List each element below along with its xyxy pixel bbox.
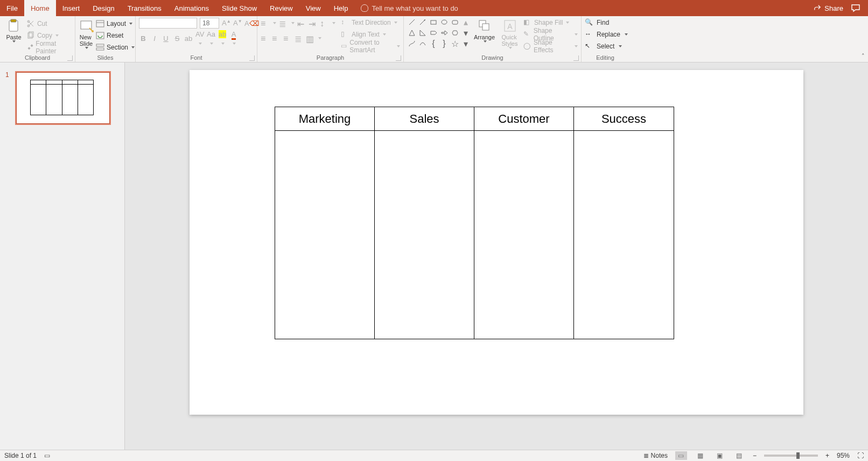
slide-thumbnails-pane[interactable]: 1 bbox=[0, 62, 125, 450]
strikethrough-button[interactable]: S bbox=[173, 34, 181, 43]
tell-me-input[interactable] bbox=[372, 4, 501, 12]
normal-view-icon[interactable]: ▭ bbox=[675, 451, 687, 460]
align-left-icon[interactable]: ≡ bbox=[261, 34, 269, 43]
table-header-cell[interactable]: Sales bbox=[375, 107, 474, 131]
slide-table[interactable]: Marketing Sales Customer Success bbox=[275, 107, 674, 339]
replace-button[interactable]: ↔Replace bbox=[585, 29, 628, 40]
paste-button[interactable]: Paste bbox=[3, 17, 24, 53]
share-button[interactable]: Share bbox=[814, 4, 843, 12]
align-center-icon[interactable]: ≡ bbox=[272, 34, 281, 43]
format-painter-button[interactable]: Format Painter bbox=[26, 42, 72, 53]
section-button[interactable]: Section bbox=[96, 42, 135, 53]
tab-transitions[interactable]: Transitions bbox=[121, 0, 168, 16]
shape-fill-button[interactable]: ◧Shape Fill bbox=[523, 17, 578, 28]
dialog-launcher-icon[interactable] bbox=[249, 55, 255, 61]
shape-line-icon[interactable] bbox=[407, 17, 417, 27]
bullets-icon[interactable]: ≡ bbox=[261, 19, 269, 27]
shape-arrowline-icon[interactable] bbox=[418, 17, 428, 27]
shape-triangle-icon[interactable] bbox=[407, 28, 417, 38]
shape-oval-icon[interactable] bbox=[439, 17, 449, 27]
shape-brace-left-icon[interactable]: { bbox=[429, 39, 438, 48]
tab-review[interactable]: Review bbox=[263, 0, 299, 16]
shapes-gallery[interactable]: ▴ ▾ { } ☆ ▾ bbox=[407, 17, 471, 48]
find-button[interactable]: 🔍Find bbox=[585, 17, 628, 28]
decrease-indent-icon[interactable]: ⇤ bbox=[297, 19, 306, 27]
gallery-more-icon[interactable]: ▾ bbox=[461, 39, 471, 48]
gallery-down-icon[interactable]: ▾ bbox=[461, 28, 471, 38]
dialog-launcher-icon[interactable] bbox=[573, 55, 579, 61]
font-name-input[interactable] bbox=[139, 18, 197, 29]
justify-icon[interactable]: ≣ bbox=[295, 34, 303, 43]
tab-design[interactable]: Design bbox=[86, 0, 121, 16]
new-slide-button[interactable]: New Slide bbox=[79, 17, 94, 53]
table-body-cell[interactable] bbox=[375, 131, 474, 339]
change-case-button[interactable]: Aa bbox=[207, 30, 215, 46]
font-color-button[interactable]: A bbox=[229, 30, 238, 46]
tab-slideshow[interactable]: Slide Show bbox=[215, 0, 263, 16]
slideshow-view-icon[interactable]: ▤ bbox=[733, 451, 745, 460]
zoom-slider[interactable] bbox=[764, 455, 818, 457]
collapse-ribbon-icon[interactable]: ˄ bbox=[862, 53, 865, 60]
table-body-cell[interactable] bbox=[474, 131, 574, 339]
reset-button[interactable]: Reset bbox=[96, 30, 135, 41]
font-size-input[interactable] bbox=[200, 18, 219, 29]
slide-canvas-area[interactable]: Marketing Sales Customer Success bbox=[125, 62, 868, 450]
slide[interactable]: Marketing Sales Customer Success bbox=[190, 70, 803, 415]
select-button[interactable]: ↖Select bbox=[585, 41, 628, 52]
reading-view-icon[interactable]: ▣ bbox=[714, 451, 726, 460]
tab-home[interactable]: Home bbox=[24, 0, 56, 16]
spellcheck-icon[interactable]: ▭ bbox=[44, 452, 50, 459]
numbering-icon[interactable]: ≣ bbox=[279, 19, 288, 27]
table-body-cell[interactable] bbox=[275, 131, 375, 339]
shape-roundrect-icon[interactable] bbox=[450, 17, 460, 27]
tab-insert[interactable]: Insert bbox=[56, 0, 87, 16]
shape-effects-button[interactable]: ◯Shape Effects bbox=[523, 41, 578, 52]
shape-rtriangle-icon[interactable] bbox=[418, 28, 428, 38]
table-body-cell[interactable] bbox=[574, 131, 674, 339]
zoom-slider-thumb[interactable] bbox=[796, 452, 800, 459]
tab-file[interactable]: File bbox=[0, 0, 24, 16]
cut-button[interactable]: Cut bbox=[26, 18, 72, 29]
shape-pentagon-icon[interactable] bbox=[429, 28, 438, 38]
decrease-font-icon[interactable]: A▼ bbox=[233, 19, 242, 27]
table-header-cell[interactable]: Customer bbox=[474, 107, 574, 131]
shape-connector-icon[interactable] bbox=[407, 39, 417, 48]
arrange-button[interactable]: Arrange bbox=[473, 17, 496, 53]
highlight-button[interactable]: ab bbox=[218, 30, 227, 46]
align-right-icon[interactable]: ≡ bbox=[283, 34, 292, 43]
fit-window-icon[interactable]: ⛶ bbox=[857, 452, 864, 459]
bold-button[interactable]: B bbox=[139, 34, 148, 43]
notes-button[interactable]: ≣ Notes bbox=[643, 452, 668, 459]
slide-thumbnail-1[interactable] bbox=[15, 71, 111, 125]
clear-formatting-icon[interactable]: A⌫ bbox=[244, 19, 253, 27]
tab-animations[interactable]: Animations bbox=[168, 0, 215, 16]
gallery-up-icon[interactable]: ▴ bbox=[461, 17, 471, 27]
line-spacing-icon[interactable]: ↕ bbox=[320, 19, 328, 27]
table-header-cell[interactable]: Marketing bbox=[275, 107, 375, 131]
zoom-percent[interactable]: 95% bbox=[837, 452, 850, 459]
shape-arrow-icon[interactable] bbox=[439, 28, 449, 38]
shape-brace-right-icon[interactable]: } bbox=[439, 39, 449, 48]
text-direction-button[interactable]: ↕Text Direction bbox=[341, 17, 400, 28]
tab-view[interactable]: View bbox=[299, 0, 327, 16]
table-header-cell[interactable]: Success bbox=[574, 107, 674, 131]
tell-me[interactable] bbox=[354, 0, 507, 16]
underline-button[interactable]: U bbox=[162, 34, 170, 43]
copy-button[interactable]: Copy bbox=[26, 30, 72, 41]
italic-button[interactable]: I bbox=[150, 34, 159, 43]
zoom-in-button[interactable]: + bbox=[825, 452, 829, 459]
shape-hexagon-icon[interactable] bbox=[450, 28, 460, 38]
increase-indent-icon[interactable]: ⇥ bbox=[309, 19, 317, 27]
shape-curve-icon[interactable] bbox=[418, 39, 428, 48]
character-spacing-button[interactable]: AV bbox=[195, 30, 204, 46]
comments-icon[interactable] bbox=[851, 3, 860, 13]
layout-button[interactable]: Layout bbox=[96, 18, 135, 29]
shape-star-icon[interactable]: ☆ bbox=[450, 39, 460, 48]
shape-outline-button[interactable]: ✎Shape Outline bbox=[523, 29, 578, 40]
increase-font-icon[interactable]: A▲ bbox=[222, 19, 230, 27]
tab-help[interactable]: Help bbox=[327, 0, 355, 16]
zoom-out-button[interactable]: − bbox=[753, 452, 757, 459]
dialog-launcher-icon[interactable] bbox=[396, 55, 401, 61]
columns-icon[interactable]: ▥ bbox=[306, 34, 314, 43]
align-text-button[interactable]: ▯Align Text bbox=[341, 29, 400, 40]
